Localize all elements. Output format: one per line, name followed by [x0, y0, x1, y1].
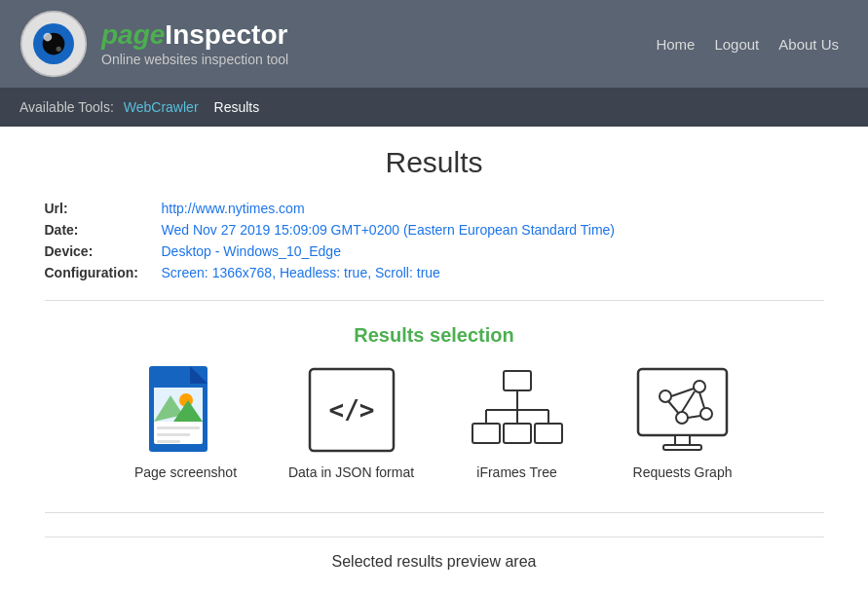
info-row-config: Configuration: Screen: 1366x768, Headles… — [45, 265, 824, 280]
svg-point-4 — [57, 47, 61, 52]
svg-text:</>: </> — [328, 395, 374, 425]
result-item-screenshot[interactable]: Page screenshot — [123, 366, 249, 483]
config-value: Screen: 1366x768, Headless: true, Scroll… — [162, 265, 440, 280]
svg-rect-25 — [504, 424, 531, 443]
logo-eye-icon — [19, 10, 88, 78]
svg-rect-24 — [472, 424, 500, 443]
date-label: Date: — [45, 222, 162, 238]
url-label: Url: — [45, 201, 162, 216]
navbar: Available Tools: WebCrawler Results — [0, 88, 868, 127]
json-icon: </> — [303, 366, 400, 454]
graph-icon — [634, 366, 732, 454]
result-item-json[interactable]: </> Data in JSON format — [288, 366, 415, 483]
device-label: Device: — [45, 243, 162, 259]
logo-subtitle: Online websites inspection tool — [101, 52, 288, 67]
date-value: Wed Nov 27 2019 15:09:09 GMT+0200 (Easte… — [162, 222, 616, 238]
svg-rect-29 — [675, 435, 690, 445]
svg-point-3 — [44, 33, 53, 42]
logo-page: page — [101, 19, 165, 50]
screenshot-label: Page screenshot — [134, 463, 237, 483]
logo-title: pageInspector — [101, 20, 288, 51]
page-title: Results — [45, 146, 824, 179]
info-row-url: Url: http://www.nytimes.com — [45, 201, 824, 216]
device-value: Desktop - Windows_10_Edge — [162, 243, 341, 259]
screenshot-icon — [137, 366, 235, 454]
result-item-iframes[interactable]: iFrames Tree — [454, 366, 581, 483]
json-svg-icon: </> — [308, 367, 396, 453]
navbar-link-webcrawler[interactable]: WebCrawler — [124, 90, 199, 125]
results-selection-title: Results selection — [45, 324, 824, 347]
navbar-label: Available Tools: — [19, 99, 114, 115]
logo-text: pageInspector Online websites inspection… — [101, 20, 288, 68]
nav-about-us[interactable]: About Us — [778, 36, 839, 53]
config-label: Configuration: — [45, 265, 162, 280]
result-item-graph[interactable]: Requests Graph — [620, 366, 746, 483]
svg-rect-14 — [157, 433, 190, 436]
header: pageInspector Online websites inspection… — [0, 0, 868, 88]
navbar-link-results[interactable]: Results — [214, 90, 260, 125]
iframes-svg-icon — [469, 367, 566, 453]
svg-point-33 — [700, 408, 712, 420]
iframes-icon — [469, 366, 566, 454]
results-grid: Page screenshot </> Data in JSON format — [45, 366, 824, 483]
svg-rect-15 — [157, 440, 180, 443]
iframes-label: iFrames Tree — [476, 463, 556, 483]
logo-inspector: Inspector — [165, 19, 287, 50]
svg-point-32 — [694, 381, 705, 392]
main-content: Results Url: http://www.nytimes.com Date… — [16, 127, 853, 590]
nav-home[interactable]: Home — [656, 36, 695, 53]
info-row-device: Device: Desktop - Windows_10_Edge — [45, 243, 824, 259]
svg-point-31 — [660, 390, 671, 402]
url-value: http://www.nytimes.com — [162, 201, 305, 216]
divider-1 — [45, 300, 824, 301]
info-table: Url: http://www.nytimes.com Date: Wed No… — [45, 201, 824, 280]
json-label: Data in JSON format — [288, 463, 414, 483]
divider-2 — [45, 512, 824, 513]
logo-area: pageInspector Online websites inspection… — [19, 10, 288, 78]
screenshot-svg-icon — [149, 366, 222, 454]
svg-rect-26 — [535, 424, 562, 443]
graph-label: Requests Graph — [633, 463, 733, 483]
svg-rect-13 — [157, 426, 200, 429]
svg-rect-18 — [504, 371, 531, 390]
svg-rect-30 — [663, 445, 701, 450]
preview-label: Selected results preview area — [45, 537, 824, 571]
graph-svg-icon — [636, 367, 729, 453]
nav-logout[interactable]: Logout — [714, 36, 759, 53]
info-row-date: Date: Wed Nov 27 2019 15:09:09 GMT+0200 … — [45, 222, 824, 238]
header-nav: Home Logout About Us — [656, 36, 839, 53]
